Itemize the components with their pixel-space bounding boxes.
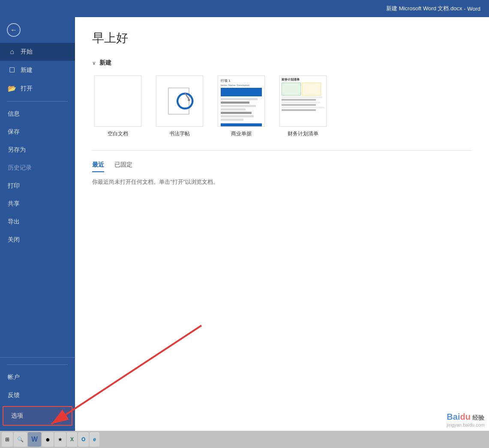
chrome-icon: ● [45,435,50,444]
template-calligraphy-label: 书法字帖 [169,130,190,137]
start-icon: ⊞ [5,436,9,442]
taskbar-word[interactable]: W [28,432,41,447]
sidebar-label-home: 开始 [21,48,33,56]
taskbar-chrome[interactable]: ● [42,432,54,447]
section-divider [92,150,472,151]
template-blank[interactable]: 空白文档 [92,75,144,137]
sidebar-divider-1 [7,101,68,102]
taskbar-search[interactable]: 🔍 [14,432,27,447]
template-calligraphy[interactable]: 书法字帖 [154,75,205,137]
sidebar-label-open: 打开 [21,85,33,93]
app-name: Word [467,6,480,12]
main-content: 早上好 ∨ 新建 空白文档 [75,17,489,431]
sidebar-item-new[interactable]: ☐ 新建 [0,61,75,79]
sidebar-label-account: 帐户 [8,373,20,381]
taskbar-edge[interactable]: e [90,432,99,447]
new-icon: ☐ [8,66,16,74]
tab-recent[interactable]: 最近 [92,161,104,171]
taskbar-start[interactable]: ⊞ [2,432,13,447]
template-blank-thumb [94,75,141,127]
home-icon: ⌂ [8,48,16,56]
word-icon: W [31,436,38,443]
sidebar-item-share[interactable]: 共享 [0,195,75,213]
svg-point-2 [188,99,190,101]
taskbar-excel[interactable]: X [67,432,77,447]
taskbar-outlook[interactable]: O [78,432,89,447]
sidebar-item-saveas[interactable]: 另存为 [0,141,75,159]
back-circle: ← [7,23,21,37]
excel-icon: X [70,436,74,442]
calligraphy-svg [165,86,195,116]
templates-grid: 空白文档 [92,75,472,137]
sidebar-item-options[interactable]: 选项 [3,406,72,426]
sidebar-top: ← ⌂ 开始 ☐ 新建 📂 打开 信息 [0,17,75,357]
chevron-icon: ∨ [92,60,96,66]
taskbar-office[interactable]: ★ [54,432,66,447]
template-business[interactable]: 行项 1 Items: Name, Description [216,75,267,137]
back-arrow-icon: ← [10,26,17,34]
finance-visual: 财务计划清单 [280,76,326,126]
app-layout: ← ⌂ 开始 ☐ 新建 📂 打开 信息 [0,17,489,431]
sidebar-bottom: 帐户 反馈 选项 [0,357,75,431]
open-icon: 📂 [8,84,16,93]
sidebar-item-save[interactable]: 保存 [0,123,75,141]
new-section-title: 新建 [99,59,111,67]
sidebar-label-share: 共享 [8,200,20,208]
business-visual: 行项 1 Items: Name, Description [218,76,264,126]
sidebar-label-saveas: 另存为 [8,146,26,154]
sidebar-item-history[interactable]: 历史记录 [0,159,75,177]
sidebar: ← ⌂ 开始 ☐ 新建 📂 打开 信息 [0,17,75,431]
template-finance-thumb: 财务计划清单 [279,75,327,127]
sidebar-label-print: 打印 [8,182,20,190]
sidebar-label-feedback: 反馈 [8,391,20,399]
document-title: 新建 Microsoft Word 文档.docx [386,5,462,12]
search-icon: 🔍 [17,436,24,442]
sidebar-label-info: 信息 [8,110,20,118]
sidebar-label-close: 关闭 [8,236,20,244]
svg-rect-0 [168,88,189,114]
sidebar-item-close[interactable]: 关闭 [0,231,75,249]
template-business-label: 商业单据 [231,130,252,137]
sidebar-label-new: 新建 [21,66,33,74]
sidebar-label-history: 历史记录 [8,164,32,172]
sidebar-item-info[interactable]: 信息 [0,105,75,123]
new-section-header: ∨ 新建 [92,59,472,67]
outlook-icon: O [81,436,85,442]
sidebar-item-export[interactable]: 导出 [0,213,75,231]
sidebar-item-feedback[interactable]: 反馈 [0,386,75,404]
taskbar: ⊞ 🔍 W ● ★ X O e [0,431,489,448]
template-blank-label: 空白文档 [108,130,128,137]
office-icon: ★ [58,436,63,442]
template-finance[interactable]: 财务计划清单 [277,75,329,137]
template-finance-label: 财务计划清单 [288,130,318,137]
sidebar-label-options: 选项 [11,412,23,420]
greeting: 早上好 [92,30,472,46]
sidebar-item-home[interactable]: ⌂ 开始 [0,43,75,61]
sidebar-label-export: 导出 [8,218,20,226]
template-business-thumb: 行项 1 Items: Name, Description [218,75,265,127]
tab-pinned[interactable]: 已固定 [114,161,132,171]
tabs-row: 最近 已固定 [92,161,472,171]
title-bar: 新建 Microsoft Word 文档.docx - Word [0,0,489,17]
sidebar-divider-2 [7,364,68,365]
calligraphy-visual [156,76,203,126]
sidebar-item-account[interactable]: 帐户 [0,368,75,386]
sidebar-item-print[interactable]: 打印 [0,177,75,195]
sidebar-label-save: 保存 [8,128,20,136]
edge-icon: e [93,436,96,442]
back-button[interactable]: ← [0,17,75,43]
sidebar-item-open[interactable]: 📂 打开 [0,79,75,98]
template-calligraphy-thumb [156,75,203,127]
empty-recent-message: 你最近尚未打开任何文档。单击"打开"以浏览文档。 [92,178,472,186]
